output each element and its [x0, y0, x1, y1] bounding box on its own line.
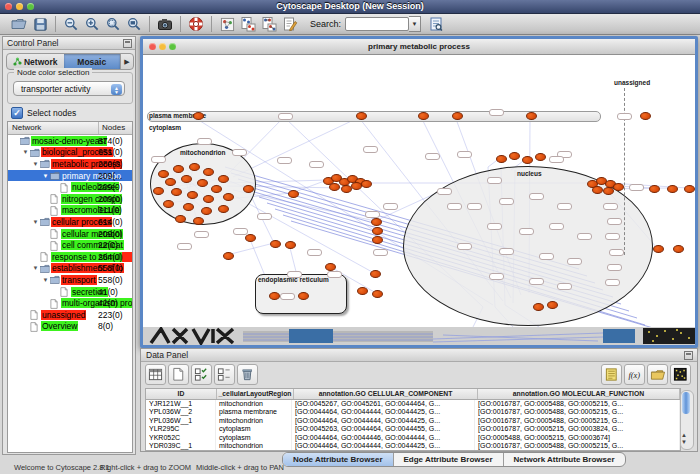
- tree-row-mosaic-demo-yeast[interactable]: mosaic-demo-yeast874(0): [8, 135, 132, 147]
- table-cell[interactable]: cytoplasm: [216, 425, 292, 433]
- gene-node[interactable]: [603, 187, 614, 195]
- close-window-button[interactable]: [5, 3, 12, 10]
- gene-node[interactable]: [183, 203, 194, 211]
- new-attribute-icon[interactable]: [168, 364, 189, 385]
- gene-node[interactable]: [640, 112, 651, 120]
- tree-row-cellular-metabol[interactable]: cellular metabol209(0): [8, 228, 132, 240]
- gene-node[interactable]: [372, 227, 383, 235]
- table-cell[interactable]: YPL036W__2: [146, 408, 216, 416]
- zoom-in-icon[interactable]: [83, 15, 101, 33]
- annotation-icon[interactable]: [281, 15, 299, 33]
- table-cell[interactable]: cytoplasm: [216, 434, 292, 442]
- column-header[interactable]: annotation.GO CELLULAR_COMPONENT: [294, 389, 478, 399]
- tree-row-metabolic-process[interactable]: ▼metabolic process280(0): [8, 158, 132, 170]
- disclosure-triangle-icon[interactable]: ▼: [32, 265, 39, 271]
- tree-row-multi-organism-pro[interactable]: multi-organism pro42(0): [8, 297, 132, 309]
- gene-node[interactable]: [653, 245, 664, 253]
- gene-node[interactable]: [371, 218, 382, 226]
- column-header[interactable]: annotation.GO MOLECULAR_FUNCTION: [478, 389, 680, 399]
- gene-node[interactable]: [193, 112, 204, 120]
- tree-row-cellular-process[interactable]: ▼cellular process614(0): [8, 216, 132, 228]
- table-cell[interactable]: mitochondrion: [216, 400, 292, 408]
- tree-row-establishment-of-lo[interactable]: ▼establishment of lo558(0): [8, 263, 132, 275]
- gene-node[interactable]: [667, 185, 678, 193]
- network-zoom-button[interactable]: [169, 43, 176, 50]
- gene-node[interactable]: [533, 303, 544, 311]
- table-row[interactable]: YKR052Ccytoplasm[GO:0044464, GO:0044446,…: [146, 434, 680, 442]
- gene-node[interactable]: [165, 178, 176, 186]
- tree-row-primary-metabo[interactable]: ▼primary metabo209(...: [8, 170, 132, 182]
- help-lifesaver-icon[interactable]: [187, 15, 205, 33]
- gene-node[interactable]: [211, 185, 222, 193]
- tree-row-unassigned[interactable]: unassigned223(0): [8, 309, 132, 321]
- table-scrollbar[interactable]: ▲ ▼: [680, 390, 694, 450]
- gene-node[interactable]: [158, 170, 169, 178]
- gene-node[interactable]: [452, 112, 463, 120]
- gene-node[interactable]: [496, 155, 507, 163]
- new-network-from-selected-nodes-icon[interactable]: [239, 15, 257, 33]
- gene-node[interactable]: [181, 175, 192, 183]
- gene-node[interactable]: [193, 217, 204, 225]
- table-cell[interactable]: [GO:0016787, GO:0005488, GO:0005215, G..…: [475, 442, 680, 450]
- gene-node[interactable]: [673, 245, 684, 253]
- gene-node[interactable]: [372, 236, 383, 244]
- network-canvas[interactable]: plasma membrane cytoplasm mitochondrion …: [143, 55, 695, 327]
- gene-node[interactable]: [592, 186, 603, 194]
- network-overview-icon[interactable]: [218, 15, 236, 33]
- gene-node[interactable]: [509, 152, 520, 160]
- table-cell[interactable]: [GO:0045267, GO:0045261, GO:0044464, G..…: [292, 400, 475, 408]
- scroll-down-arrow-icon[interactable]: ▼: [681, 430, 687, 448]
- network-close-button[interactable]: [149, 43, 156, 50]
- attribute-matrix-icon[interactable]: [670, 364, 691, 385]
- table-row[interactable]: YPL036W__2plasma membrane[GO:0044464, GO…: [146, 408, 680, 416]
- gene-node[interactable]: [285, 241, 296, 249]
- zoom-out-icon[interactable]: [62, 15, 80, 33]
- attribute-editor-icon[interactable]: [601, 364, 622, 385]
- gene-node[interactable]: [175, 215, 186, 223]
- tree-column-network[interactable]: Network: [8, 122, 99, 134]
- zoom-fit-icon[interactable]: [125, 15, 143, 33]
- delete-attribute-icon[interactable]: [237, 364, 258, 385]
- gene-node[interactable]: [649, 185, 660, 193]
- table-cell[interactable]: YJR121W__1: [146, 400, 216, 408]
- snapshot-camera-icon[interactable]: [156, 15, 174, 33]
- tab-mosaic[interactable]: Mosaic: [64, 54, 121, 69]
- function-builder-icon[interactable]: f(x): [624, 364, 645, 385]
- gene-node[interactable]: [418, 112, 429, 120]
- table-cell[interactable]: [GO:0044464, GO:0044444, GO:0044425, G..…: [292, 417, 475, 425]
- table-cell[interactable]: [GO:0016787, GO:0005488, GO:0005215, G..…: [475, 408, 680, 416]
- network-window-title-bar[interactable]: primary metabolic process: [143, 39, 695, 55]
- table-cell[interactable]: [GO:0016787, GO:0005488, GO:0005215, G..…: [475, 417, 680, 425]
- table-cell[interactable]: [GO:0044464, GO:0044444, GO:0044425, G..…: [292, 442, 475, 450]
- unselect-attributes-icon[interactable]: [214, 364, 235, 385]
- float-panel-icon[interactable]: [123, 39, 132, 48]
- tree-row-response-to-stimul[interactable]: response to stimul264(0): [8, 251, 132, 263]
- gene-node[interactable]: [203, 195, 214, 203]
- column-header[interactable]: ID: [146, 389, 217, 399]
- gene-node[interactable]: [372, 290, 383, 298]
- search-dropdown-arrow-icon[interactable]: ▼: [409, 16, 421, 32]
- gene-node[interactable]: [201, 207, 212, 215]
- disclosure-triangle-icon[interactable]: ▼: [42, 173, 49, 179]
- import-attributes-icon[interactable]: [647, 364, 668, 385]
- float-panel-icon[interactable]: [684, 351, 693, 360]
- gene-node[interactable]: [197, 179, 208, 187]
- gene-node[interactable]: [223, 193, 234, 201]
- gene-node[interactable]: [171, 188, 182, 196]
- table-row[interactable]: YJR121W__1mitochondrion[GO:0045267, GO:0…: [146, 400, 680, 408]
- tree-row-nitrogen-compo[interactable]: nitrogen compo209(0): [8, 193, 132, 205]
- gene-node[interactable]: [203, 168, 214, 176]
- disclosure-triangle-icon[interactable]: ▼: [32, 219, 39, 225]
- gene-node[interactable]: [356, 112, 367, 120]
- disclosure-triangle-icon[interactable]: ▼: [22, 149, 29, 155]
- table-cell[interactable]: [GO:0016787, GO:0005215, GO:0003824, G..…: [475, 425, 680, 433]
- gene-node[interactable]: [187, 191, 198, 199]
- zoom-window-button[interactable]: [27, 3, 34, 10]
- gene-node[interactable]: [163, 200, 174, 208]
- table-cell[interactable]: [GO:0016787, GO:0005488, GO:0005215, G..…: [475, 400, 680, 408]
- gene-node[interactable]: [547, 301, 558, 309]
- table-cell[interactable]: [GO:0044464, GO:0044446, GO:0044444, G..…: [292, 434, 475, 442]
- gene-node[interactable]: [218, 205, 229, 213]
- tab-network[interactable]: Network: [7, 54, 64, 69]
- disclosure-triangle-icon[interactable]: ▼: [42, 277, 49, 283]
